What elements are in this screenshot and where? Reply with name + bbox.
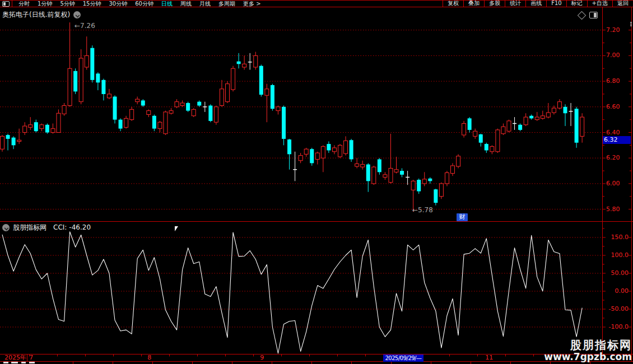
clipped-text-fragment — [3, 362, 8, 363]
watermark-url: www.7gpzb.com — [544, 351, 632, 362]
indicator-header: 股朋指标网 CCI: -46.20 — [0, 223, 91, 232]
news-event-badge[interactable]: 财 — [457, 213, 468, 221]
chart-title-row: 奥拓电子(日线.前复权) — [0, 8, 81, 21]
chevron-down-icon[interactable] — [73, 11, 81, 18]
resize-grip[interactable] — [630, 21, 632, 27]
low-price-annotation: ←5.78 — [412, 206, 433, 214]
month-label-7: 7 — [29, 354, 33, 361]
price-axis-label: 6.00 — [606, 180, 631, 187]
month-label-11: 11 — [485, 354, 493, 361]
title-row-icons — [579, 12, 598, 18]
candlestick-chart[interactable] — [0, 0, 633, 364]
year-label: 2025年 — [4, 354, 26, 361]
last-price-badge: 6.32 — [603, 136, 631, 144]
cci-axis-label: 50.00 — [605, 270, 629, 277]
price-axis-label: 6.40 — [606, 129, 631, 136]
panel-toggle-icon[interactable] — [589, 12, 598, 18]
month-label-8: 8 — [147, 354, 151, 361]
clipped-text-fragment — [21, 362, 26, 363]
price-axis-label: 5.80 — [606, 206, 631, 213]
indicator-source: 股朋指标网 — [13, 223, 46, 232]
price-axis-label: 6.20 — [606, 155, 631, 161]
watermark: 股朋指标网 www.7gpzb.com — [544, 339, 632, 362]
indicator-name: CCI: — [53, 223, 67, 231]
chevron-down-icon[interactable] — [2, 224, 10, 231]
price-axis-label: 6.80 — [606, 78, 631, 85]
watermark-site-name: 股朋指标网 — [544, 339, 632, 351]
cci-axis-label: 150.0 — [605, 234, 629, 241]
cci-axis-label: -100.0 — [605, 324, 629, 330]
price-axis-label: 7.20 — [606, 27, 631, 34]
cci-axis-label: 100.0 — [605, 252, 629, 259]
cci-axis-label: 0.00 — [605, 288, 629, 295]
cci-axis-label: -50.00 — [605, 306, 629, 312]
high-price-annotation: ←7.26 — [75, 22, 95, 30]
price-axis-label: 7.00 — [606, 52, 631, 59]
diamond-icon[interactable] — [578, 11, 587, 20]
page-title: 奥拓电子(日线.前复权) — [0, 10, 70, 20]
clipped-text-fragment — [11, 362, 18, 363]
trading-terminal: 分时1分钟5分钟15分钟30分钟60分钟日线周线月线多周期更多 > 复权叠加多股… — [0, 0, 633, 364]
price-axis-label: 6.60 — [606, 104, 631, 110]
mouse-cursor — [175, 226, 178, 231]
indicator-value: -46.20 — [69, 223, 91, 231]
selected-date-badge: 2025/09/29/— — [383, 354, 423, 362]
clipped-text-fragment — [29, 362, 35, 363]
month-label-9: 9 — [260, 354, 264, 361]
